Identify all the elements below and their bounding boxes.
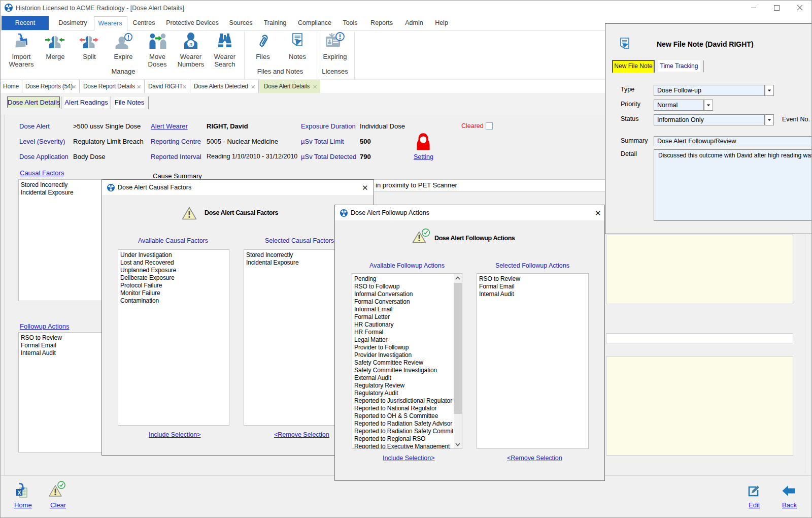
svg-text:X: X — [18, 490, 21, 496]
svg-text:n: n — [189, 41, 192, 48]
